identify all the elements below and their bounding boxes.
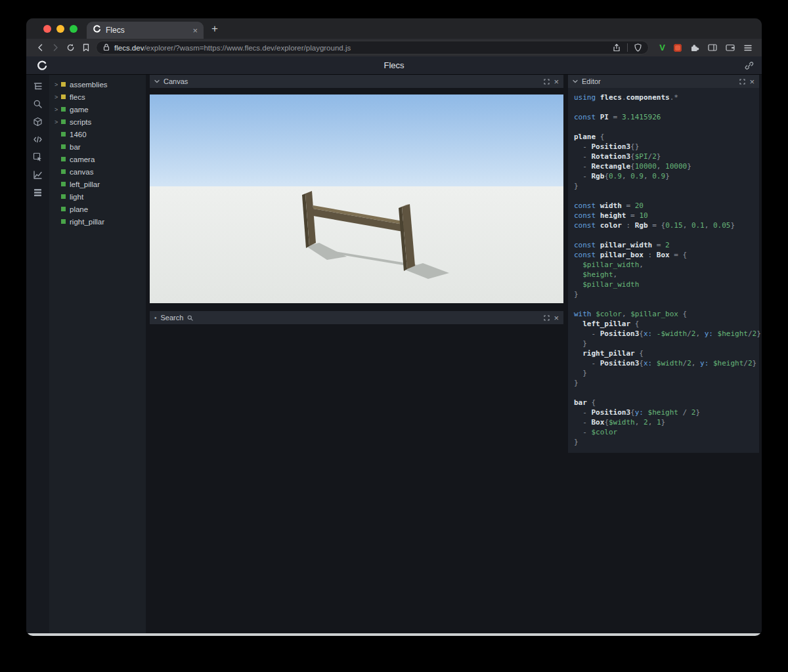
flecs-favicon <box>93 24 101 36</box>
expander-icon[interactable]: > <box>55 94 61 100</box>
center-column: Canvas × <box>150 75 563 633</box>
editor-panel-header: Editor × <box>568 75 759 88</box>
code-line: with $color, $pillar_box { <box>574 309 753 319</box>
tree-item-game[interactable]: >game <box>49 103 146 116</box>
brave-shield-icon[interactable] <box>634 43 642 52</box>
tree-item-assemblies[interactable]: >assemblies <box>49 78 146 91</box>
forward-button[interactable] <box>48 43 63 52</box>
extensions-puzzle-icon[interactable] <box>690 43 699 52</box>
entity-color-swatch <box>61 107 66 112</box>
code-line: const pillar_box : Box = { <box>574 250 753 260</box>
inspect-icon[interactable] <box>33 152 43 162</box>
close-icon[interactable]: × <box>749 77 755 86</box>
extension-icon-orange[interactable] <box>674 44 682 52</box>
tree-item-flecs[interactable]: >flecs <box>49 91 146 103</box>
3d-scene <box>150 94 563 303</box>
code-line: plane { <box>574 132 753 142</box>
editor-panel-title: Editor <box>582 77 601 85</box>
entity-color-swatch <box>61 169 66 174</box>
flecs-explorer-app: Flecs <box>26 56 762 636</box>
tree-item-right_pillar[interactable]: right_pillar <box>49 215 146 228</box>
close-icon[interactable]: × <box>554 77 559 86</box>
tree-item-camera[interactable]: camera <box>49 153 146 165</box>
entity-label: bar <box>70 143 81 151</box>
tree-item-light[interactable]: light <box>49 190 146 203</box>
code-line: left_pillar { <box>574 319 753 329</box>
components-cube-icon[interactable] <box>33 116 43 127</box>
share-link-icon[interactable] <box>745 61 754 73</box>
tree-item-canvas[interactable]: canvas <box>49 165 146 178</box>
chart-icon[interactable] <box>33 169 43 180</box>
bookmark-sidebar-icon[interactable] <box>78 43 93 52</box>
editor-code[interactable]: using flecs.components.* const PI = 3.14… <box>568 88 759 453</box>
code-line: } <box>574 181 753 191</box>
fullscreen-window-button[interactable] <box>70 25 77 33</box>
code-line: } <box>574 289 753 299</box>
code-line: - $color <box>574 427 753 437</box>
entity-color-swatch <box>61 219 66 224</box>
entity-color-swatch <box>61 194 66 199</box>
code-line: - Position3{x: -$width/2, y: $height/2} <box>574 329 753 339</box>
share-icon[interactable] <box>613 43 621 52</box>
fullscreen-icon[interactable] <box>544 79 550 85</box>
window-bottom-edge <box>26 633 762 636</box>
entity-label: light <box>70 193 83 201</box>
code-icon[interactable] <box>33 134 43 144</box>
code-line: const height = 10 <box>574 211 753 220</box>
code-line: - Position3{y: $height / 2} <box>574 408 753 417</box>
entity-tree-icon[interactable] <box>33 81 43 91</box>
lock-icon <box>103 43 110 52</box>
minimize-window-button[interactable] <box>56 25 64 33</box>
search-panel-title: Search <box>161 314 184 322</box>
sidebar-toggle-icon[interactable] <box>708 43 717 52</box>
fullscreen-icon[interactable] <box>739 79 745 85</box>
ground-plane <box>150 186 563 303</box>
new-tab-button[interactable]: + <box>211 23 218 34</box>
code-line: $pillar_width, <box>574 260 753 270</box>
address-bar[interactable]: flecs.dev/explorer/?wasm=https://www.fle… <box>96 41 649 54</box>
tool-sidebar <box>26 75 49 633</box>
vue-devtools-extension-icon[interactable]: V <box>659 43 665 52</box>
collapse-chevron-icon[interactable] <box>154 79 160 83</box>
code-line <box>574 102 753 112</box>
collapsed-bullet-icon[interactable]: • <box>154 314 157 322</box>
desktop-background: { "browser": { "tab_title": "Flecs", "ur… <box>0 0 788 672</box>
canvas-3d-viewport[interactable] <box>150 88 563 303</box>
menu-icon[interactable] <box>743 44 753 52</box>
code-line: right_pillar { <box>574 348 753 358</box>
entity-tree: >assemblies>flecs>game>scripts1460barcam… <box>49 75 146 633</box>
code-line <box>574 230 753 240</box>
data-rows-icon[interactable] <box>33 187 43 198</box>
fullscreen-icon[interactable] <box>544 315 550 321</box>
wallet-icon[interactable] <box>726 43 735 52</box>
back-button[interactable] <box>33 43 48 52</box>
tree-item-left_pillar[interactable]: left_pillar <box>49 178 146 190</box>
code-line: const PI = 3.1415926 <box>574 112 753 122</box>
tab-close-icon[interactable]: × <box>192 26 198 35</box>
code-line: bar { <box>574 398 753 408</box>
expander-icon[interactable]: > <box>55 119 61 125</box>
code-line: $pillar_width <box>574 280 753 289</box>
close-icon[interactable]: × <box>554 314 559 322</box>
code-line: } <box>574 368 753 378</box>
tree-item-plane[interactable]: plane <box>49 203 146 215</box>
url-path: /explorer/?wasm=https://www.flecs.dev/ex… <box>144 44 351 52</box>
browser-tab-flecs[interactable]: Flecs × <box>87 22 204 39</box>
tree-item-bar[interactable]: bar <box>49 140 146 153</box>
canvas-panel-title: Canvas <box>164 77 188 85</box>
search-icon[interactable] <box>33 98 43 109</box>
tree-item-scripts[interactable]: >scripts <box>49 116 146 128</box>
code-line <box>574 191 753 201</box>
expander-icon[interactable]: > <box>55 81 61 88</box>
entity-color-swatch <box>61 157 66 161</box>
collapse-chevron-icon[interactable] <box>573 79 578 83</box>
reload-button[interactable] <box>63 43 78 52</box>
tree-item-1460[interactable]: 1460 <box>49 128 146 140</box>
code-line: - Position3{x: $width/2, y: $height/2} <box>574 358 753 368</box>
browser-toolbar: flecs.dev/explorer/?wasm=https://www.fle… <box>26 39 762 56</box>
address-bar-divider <box>627 43 628 52</box>
entity-color-swatch <box>61 119 66 124</box>
code-line: } <box>574 339 753 348</box>
close-window-button[interactable] <box>43 25 51 33</box>
expander-icon[interactable]: > <box>55 106 61 113</box>
